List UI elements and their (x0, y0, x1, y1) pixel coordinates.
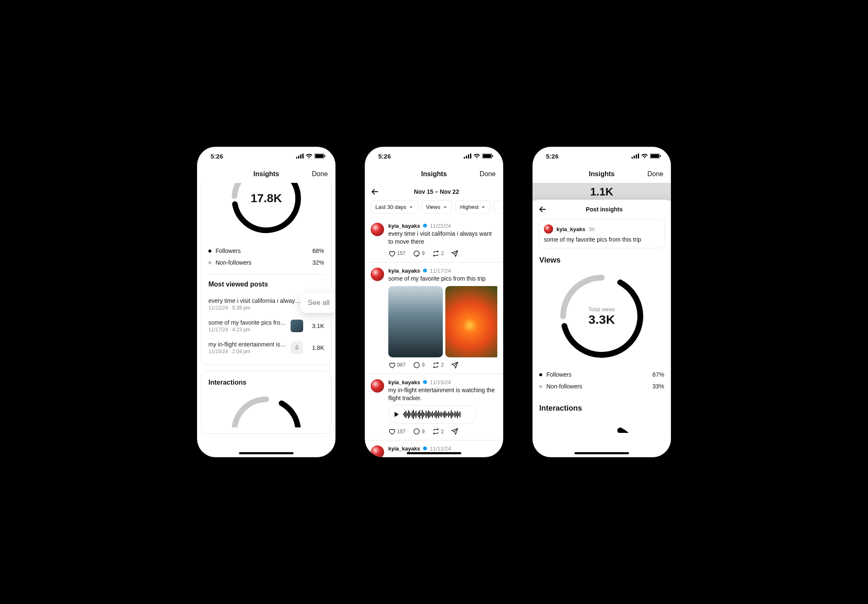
avatar (371, 223, 384, 236)
chip-label: Last 30 days (375, 204, 406, 210)
legend-dot-icon (208, 261, 211, 264)
share-button[interactable] (451, 428, 458, 435)
share-button[interactable] (451, 362, 458, 369)
repost-button[interactable]: 2 (432, 250, 444, 257)
battery-icon (482, 154, 493, 159)
scroll-area[interactable]: 17.8K Followers 68% Non-followers 32% Mo (197, 183, 335, 457)
interactions-donut: Total interactions (208, 391, 324, 427)
status-bar: 5:26 (197, 147, 335, 165)
verified-badge-icon (422, 268, 428, 273)
voice-note-player[interactable] (388, 405, 476, 424)
chevron-down-icon (409, 205, 413, 209)
svg-rect-28 (651, 154, 659, 158)
filter-chip-overflow[interactable] (494, 200, 500, 213)
repost-count: 2 (441, 250, 444, 256)
interactions-title: Interactions (208, 379, 324, 386)
media-carousel[interactable] (388, 286, 497, 357)
media-thumbnail[interactable] (388, 286, 443, 357)
donut-total-value: 3.3K (588, 312, 615, 327)
svg-rect-26 (638, 154, 639, 159)
svg-point-33 (563, 426, 640, 433)
home-indicator (407, 452, 461, 454)
see-all-button[interactable]: See all (300, 293, 335, 313)
heart-icon (388, 250, 395, 257)
legend-value: 67% (652, 371, 664, 378)
most-viewed-row[interactable]: some of my favorite pics from… 11/17/24 … (208, 315, 324, 337)
views-donut: 17.8K (208, 183, 324, 237)
like-button[interactable]: 987 (388, 362, 405, 369)
row-meta: 11/15/24 · 2:04 pm (208, 349, 286, 354)
repost-icon (432, 428, 439, 435)
svg-point-20 (414, 251, 419, 256)
verified-badge-icon (422, 223, 428, 229)
post-text: my in-flight entertainment is watching t… (388, 386, 497, 402)
comment-button[interactable]: 9 (413, 362, 425, 369)
nav-bar: Insights Done (365, 165, 503, 183)
mic-icon (291, 341, 303, 354)
filter-chip-metric[interactable]: Views (421, 200, 452, 213)
post-text: some of my favorite pics from this trip (388, 275, 497, 283)
comment-button[interactable]: 9 (413, 250, 425, 257)
filter-chip-range[interactable]: Last 30 days (371, 200, 418, 213)
posts-scroll[interactable]: kyia_kayaks 11/22/24 every time i visit … (365, 218, 503, 457)
done-button[interactable]: Done (312, 170, 328, 178)
post-username: kyia_kyaks (556, 226, 585, 232)
sheet-header: Post insights (533, 200, 671, 219)
heart-icon (388, 428, 395, 435)
cellular-icon (464, 154, 471, 159)
page-title: Insights (253, 170, 279, 178)
comment-icon (413, 428, 420, 435)
svg-point-21 (414, 362, 419, 368)
chevron-down-icon (443, 205, 447, 209)
done-button[interactable]: Done (480, 170, 496, 178)
legend-dot-icon (208, 250, 211, 253)
date-range: Nov 15 – Nov 22 (376, 188, 497, 195)
repost-icon (432, 362, 439, 369)
media-thumbnail[interactable] (445, 286, 497, 357)
post-row[interactable]: kyia_kayaks 11/15/24 my in-flight entert… (365, 374, 503, 440)
svg-rect-2 (300, 154, 301, 159)
post-actions: 157 9 2 (388, 428, 497, 435)
post-row[interactable]: kyia_kayaks 11/17/24 some of my favorite… (365, 262, 503, 374)
like-count: 157 (397, 429, 405, 435)
background-donut-peek (533, 183, 671, 200)
post-date: 11/12/24 (430, 445, 451, 452)
done-button[interactable]: Done (647, 170, 663, 178)
post-preview-card[interactable]: kyia_kyaks 3h some of my favorite pics f… (538, 219, 665, 248)
share-button[interactable] (451, 250, 458, 257)
like-button[interactable]: 157 (388, 250, 405, 257)
row-title: every time i visit california i always w… (208, 297, 303, 304)
donut-center-label: Total views (588, 306, 615, 312)
legend-value: 33% (652, 383, 664, 390)
comment-button[interactable]: 9 (413, 428, 425, 435)
divider (208, 274, 324, 275)
send-icon (451, 428, 458, 435)
svg-rect-29 (660, 155, 661, 157)
page-title: Insights (589, 170, 614, 178)
legend-label: Followers (546, 371, 572, 378)
waveform-icon (403, 410, 460, 419)
repost-button[interactable]: 2 (432, 362, 444, 369)
post-row[interactable]: kyia_kayaks 11/12/24 (365, 440, 503, 457)
comment-count: 9 (422, 362, 425, 368)
legend-label: Non-followers (216, 259, 252, 266)
interactions-card: Interactions Total interactions (201, 371, 331, 434)
svg-rect-0 (296, 157, 297, 159)
sheet-title: Post insights (543, 206, 665, 213)
svg-rect-9 (296, 345, 298, 348)
post-date: 11/22/24 (430, 223, 451, 229)
filter-chip-sort[interactable]: Highest (455, 200, 490, 213)
like-button[interactable]: 157 (388, 428, 405, 435)
comment-count: 9 (422, 429, 425, 435)
repost-button[interactable]: 2 (432, 428, 444, 435)
post-row[interactable]: kyia_kayaks 11/22/24 every time i visit … (365, 218, 503, 262)
svg-rect-12 (464, 157, 465, 159)
svg-point-22 (414, 429, 419, 435)
views-block: Total views 3.3K Followers 67% Non-follo… (533, 268, 671, 392)
post-username: kyia_kayaks (388, 445, 420, 452)
phone-insights-overview: 5:26 Insights Done (197, 147, 335, 457)
most-viewed-row[interactable]: my in-flight entertainment is w… 11/15/2… (208, 337, 324, 359)
legend-row-followers: Followers 68% (208, 245, 324, 257)
row-value: 1.8K (307, 344, 324, 351)
views-legend: Followers 68% Non-followers 32% (208, 245, 324, 268)
